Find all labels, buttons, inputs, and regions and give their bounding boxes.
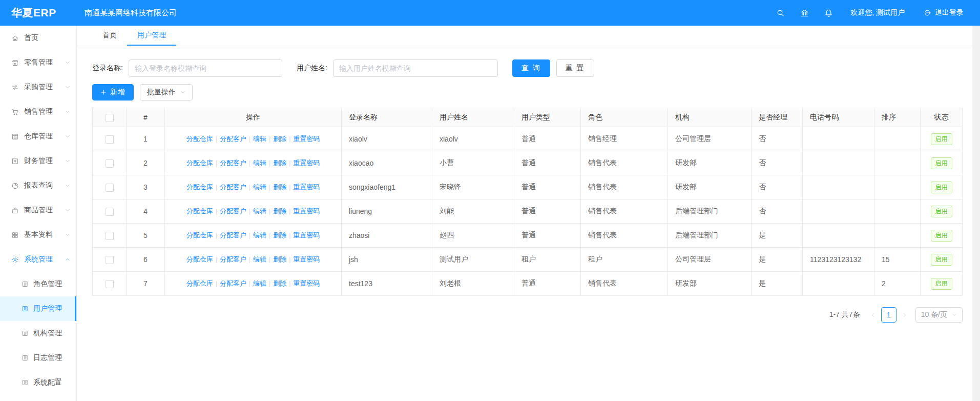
cell-org: 研发部 [668,151,752,175]
action-link[interactable]: 编辑 [253,159,266,167]
cell-phone [803,224,874,248]
sidebar-subitem[interactable]: 角色管理 [0,272,76,296]
action-link[interactable]: 分配仓库 [186,183,213,191]
row-checkbox[interactable] [106,135,114,144]
action-link[interactable]: 分配仓库 [186,207,213,215]
action-link[interactable]: 重置密码 [293,135,320,143]
logout-button[interactable]: 退出登录 [923,8,964,17]
table-row: 3分配仓库|分配客户|编辑|删除|重置密码songxiaofeng1宋晓锋普通销… [93,175,963,199]
row-checkbox[interactable] [106,280,114,288]
action-link[interactable]: 删除 [273,207,286,215]
gear-icon [11,256,19,264]
action-link[interactable]: 编辑 [253,207,266,215]
action-link[interactable]: 编辑 [253,231,266,239]
action-link[interactable]: 重置密码 [293,231,320,239]
sidebar-item[interactable]: 仓库管理 [0,124,76,149]
action-link[interactable]: 删除 [273,279,286,287]
status-badge: 启用 [931,230,952,242]
action-link[interactable]: 删除 [273,231,286,239]
action-link[interactable]: 删除 [273,183,286,191]
search-button[interactable]: 查 询 [512,59,550,77]
action-link[interactable]: 分配客户 [220,231,246,239]
next-page-icon[interactable] [899,312,910,318]
status-badge: 启用 [931,157,952,169]
prev-page-icon[interactable] [867,312,879,318]
action-link[interactable]: 分配客户 [220,255,246,263]
action-link[interactable]: 编辑 [253,255,266,263]
sidebar-item[interactable]: 采购管理 [0,75,76,99]
sidebar-item[interactable]: 销售管理 [0,99,76,124]
action-link[interactable]: 编辑 [253,135,266,143]
sidebar-item[interactable]: 基本资料 [0,223,76,247]
shop-icon [11,59,19,67]
action-link[interactable]: 重置密码 [293,255,320,263]
action-separator: | [289,159,290,167]
action-link[interactable]: 分配仓库 [186,279,213,287]
action-link[interactable]: 编辑 [253,279,266,287]
table-row: 6分配仓库|分配客户|编辑|删除|重置密码jsh测试用户租户租户公司管理层是11… [93,248,963,272]
reset-button[interactable]: 重 置 [556,59,594,77]
row-checkbox[interactable] [106,232,114,240]
row-checkbox[interactable] [106,159,114,168]
row-checkbox[interactable] [106,184,114,192]
batch-operations-button[interactable]: 批量操作 [140,84,193,101]
column-header: 状态 [921,108,963,127]
sidebar-item[interactable]: 报表查询 [0,173,76,198]
action-link[interactable]: 分配客户 [220,183,246,191]
current-page[interactable]: 1 [881,307,896,323]
action-link[interactable]: 分配仓库 [186,255,213,263]
sidebar-item[interactable]: 首页 [0,26,76,50]
scrollbar[interactable] [972,26,980,401]
chevron-down-icon [180,90,185,95]
action-link[interactable]: 删除 [273,135,286,143]
sidebar-item-label: 系统管理 [24,255,53,264]
tab-home[interactable]: 首页 [92,26,127,46]
action-link[interactable]: 重置密码 [293,183,320,191]
plus-icon [100,89,107,95]
tab-user-management[interactable]: 用户管理 [127,26,176,46]
users-table: #操作登录名称用户姓名用户类型角色机构是否经理电话号码排序状态 1分配仓库|分配… [92,108,963,296]
action-link[interactable]: 删除 [273,159,286,167]
action-link[interactable]: 编辑 [253,183,266,191]
page-size-select[interactable]: 10 条/页 [915,307,963,323]
action-link[interactable]: 重置密码 [293,279,320,287]
cell-name: 测试用户 [432,248,514,272]
bank-icon[interactable] [800,9,809,17]
action-link[interactable]: 分配仓库 [186,159,213,167]
action-link[interactable]: 分配仓库 [186,231,213,239]
action-link[interactable]: 分配客户 [220,159,246,167]
sidebar-subitem[interactable]: 机构管理 [0,321,76,346]
action-link[interactable]: 重置密码 [293,207,320,215]
sidebar-item[interactable]: 系统管理 [0,247,76,272]
action-separator: | [269,159,270,167]
action-link[interactable]: 分配客户 [220,207,246,215]
table-row: 5分配仓库|分配客户|编辑|删除|重置密码zhaosi赵四普通销售代表后端管理部… [93,224,963,248]
login-name-input[interactable] [129,59,282,77]
add-button[interactable]: 新增 [92,84,134,101]
search-icon[interactable] [776,9,785,17]
user-name-input[interactable] [333,59,498,77]
chevron-down-icon [65,109,70,114]
bell-icon[interactable] [824,9,833,17]
grid-icon [11,231,19,239]
sidebar-item-label: 财务管理 [24,156,53,166]
sidebar-subitem[interactable]: 日志管理 [0,346,76,370]
sidebar-subitem[interactable]: 用户管理 [0,296,76,321]
cell-type: 普通 [514,272,581,296]
tab-bar: 首页 用户管理 [77,26,978,46]
action-link[interactable]: 分配客户 [220,135,246,143]
action-link[interactable]: 重置密码 [293,159,320,167]
row-index: 4 [127,199,165,224]
cell-org: 公司管理层 [668,127,752,151]
cell-org: 研发部 [668,272,752,296]
action-link[interactable]: 分配仓库 [186,135,213,143]
row-checkbox[interactable] [106,256,114,264]
action-link[interactable]: 删除 [273,255,286,263]
sidebar-item[interactable]: 商品管理 [0,198,76,223]
sidebar-subitem[interactable]: 系统配置 [0,370,76,395]
sidebar-item[interactable]: 零售管理 [0,50,76,75]
action-link[interactable]: 分配客户 [220,279,246,287]
select-all-checkbox[interactable] [106,114,114,122]
row-checkbox[interactable] [106,208,114,216]
sidebar-item[interactable]: 财务管理 [0,149,76,173]
